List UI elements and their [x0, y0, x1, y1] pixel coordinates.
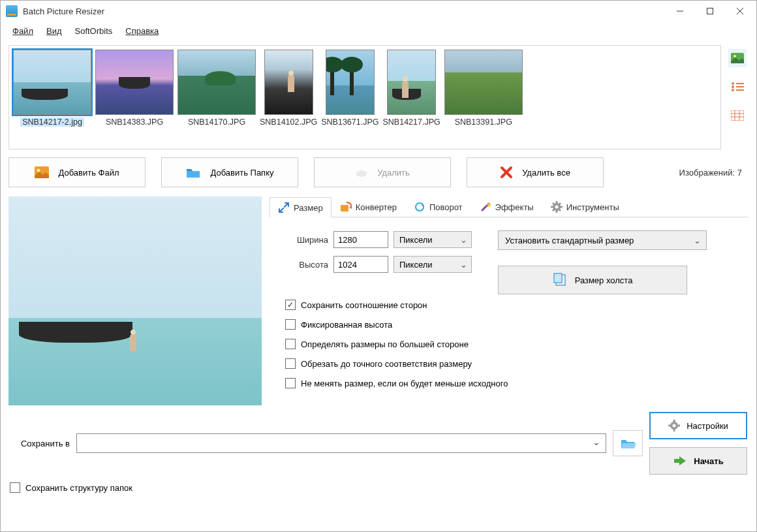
thumbnail-label: SNB14217.JPG [383, 117, 440, 127]
svg-line-34 [559, 203, 561, 205]
tab-size[interactable]: Размер [270, 197, 332, 217]
svg-point-10 [732, 89, 734, 91]
thumbnail-label: SNB14383.JPG [106, 117, 163, 127]
thumbnail-item[interactable]: SNB14102.JPG [260, 50, 317, 145]
menu-view[interactable]: Вид [40, 23, 69, 39]
thumbnail-item[interactable]: SNB14217-2.jpg [13, 50, 91, 145]
dont-resize-smaller-checkbox[interactable]: Не менять размер, если он будет меньше и… [281, 378, 749, 388]
thumbnail-image [326, 50, 375, 115]
view-toolbar [726, 45, 749, 149]
svg-point-5 [734, 55, 736, 57]
resize-icon [278, 202, 290, 213]
thumbnail-item[interactable]: SNB14170.JPG [178, 50, 256, 145]
thumbnail-image [387, 50, 436, 115]
tab-bar: Размер Конвертер Поворот Эффекты Инструм… [270, 196, 749, 217]
add-file-label: Добавить Файл [58, 168, 119, 178]
thumbnail-item[interactable]: SNB14383.JPG [95, 50, 174, 145]
add-folder-label: Добавить Папку [210, 168, 273, 178]
tab-effects[interactable]: Эффекты [471, 196, 542, 217]
width-unit-select[interactable]: Пиксели [394, 231, 472, 248]
canvas-size-button[interactable]: Размер холста [498, 266, 687, 294]
thumbnail-item[interactable]: SNB14217.JPG [383, 50, 440, 145]
save-to-label: Сохранить в [10, 439, 70, 448]
svg-point-6 [732, 82, 734, 85]
add-file-button[interactable]: Добавить Файл [8, 157, 146, 187]
tab-rotate[interactable]: Поворот [405, 196, 471, 217]
maximize-button[interactable] [695, 1, 725, 21]
start-button[interactable]: Начать [649, 447, 747, 475]
fit-longest-checkbox[interactable]: Определять размеры по большей стороне [281, 339, 749, 349]
table-icon [731, 110, 744, 121]
svg-rect-36 [554, 274, 562, 283]
view-details-button[interactable] [728, 106, 747, 125]
svg-point-19 [356, 170, 367, 177]
svg-point-38 [673, 424, 676, 428]
rotate-icon [414, 201, 425, 213]
delete-button[interactable]: Удалить [314, 157, 451, 187]
height-input[interactable] [333, 256, 388, 273]
standard-size-select[interactable]: Установить стандартный размер [498, 230, 707, 250]
svg-point-18 [37, 169, 40, 172]
image-icon [730, 52, 745, 64]
menu-bar: Файл Вид SoftOrbits Справка [1, 22, 756, 40]
thumbnail-image [95, 50, 174, 115]
folder-icon [185, 166, 201, 178]
svg-line-33 [553, 210, 555, 211]
thumbnail-image [444, 50, 523, 115]
list-icon [731, 82, 744, 92]
width-input[interactable] [333, 231, 388, 248]
delete-all-button[interactable]: Удалить все [467, 157, 604, 187]
thumbnail-label: SNB13671.JPG [321, 117, 379, 127]
height-label: Высота [281, 260, 328, 270]
thumbnail-panel: SNB14217-2.jpgSNB14383.JPGSNB14170.JPGSN… [8, 45, 721, 149]
svg-rect-11 [736, 89, 744, 91]
gear-icon [668, 420, 680, 431]
thumbnail-label: SNB14217-2.jpg [20, 117, 84, 127]
gear-icon [551, 201, 563, 213]
tab-tools[interactable]: Инструменты [542, 196, 628, 217]
height-unit-select[interactable]: Пиксели [394, 256, 472, 273]
thumbnail-image [178, 50, 256, 115]
thumbnail-item[interactable]: SNB13671.JPG [321, 50, 379, 145]
convert-icon [340, 201, 352, 213]
add-folder-button[interactable]: Добавить Папку [161, 157, 298, 187]
preview-pane [8, 196, 262, 405]
thumbnail-label: SNB13391.JPG [455, 117, 512, 127]
svg-rect-9 [736, 86, 744, 87]
view-list-button[interactable] [728, 78, 747, 96]
keep-folder-structure-checkbox[interactable]: Сохранить структуру папок [10, 482, 747, 493]
thumbnail-image [13, 50, 91, 115]
svg-point-26 [555, 206, 558, 209]
app-icon [6, 5, 18, 17]
tab-converter[interactable]: Конвертер [332, 196, 405, 217]
view-thumbnails-button[interactable] [728, 49, 747, 67]
action-toolbar: Добавить Файл Добавить Папку Удалить Уда… [8, 157, 749, 187]
keep-aspect-checkbox[interactable]: ✓ Сохранить соотношение сторон [281, 300, 749, 310]
browse-folder-button[interactable] [613, 430, 643, 456]
svg-rect-12 [731, 110, 744, 121]
svg-line-32 [559, 210, 561, 211]
menu-file[interactable]: Файл [6, 23, 40, 39]
settings-button[interactable]: Настройки [649, 412, 747, 439]
thumbnail-label: SNB14170.JPG [188, 117, 245, 127]
image-count: Изображений: 7 [679, 168, 749, 178]
save-path-select[interactable] [76, 433, 606, 453]
canvas-icon [553, 273, 567, 287]
picture-icon [35, 166, 49, 178]
delete-label: Удалить [377, 168, 410, 178]
crop-exact-checkbox[interactable]: Обрезать до точного соответствия размеру [281, 358, 749, 369]
thumbnail-image [264, 50, 313, 115]
fixed-height-checkbox[interactable]: Фиксированная высота [281, 319, 749, 330]
svg-point-8 [732, 86, 734, 88]
svg-line-31 [553, 203, 555, 205]
close-button[interactable] [725, 1, 755, 21]
title-bar: Batch Picture Resizer [1, 1, 756, 22]
svg-rect-1 [707, 8, 713, 14]
folder-open-icon [619, 437, 636, 450]
play-icon [673, 455, 687, 467]
menu-softorbits[interactable]: SoftOrbits [69, 23, 119, 39]
thumbnail-item[interactable]: SNB13391.JPG [444, 50, 523, 145]
minimize-button[interactable] [665, 1, 695, 21]
eraser-icon [355, 166, 368, 179]
menu-help[interactable]: Справка [119, 23, 165, 39]
